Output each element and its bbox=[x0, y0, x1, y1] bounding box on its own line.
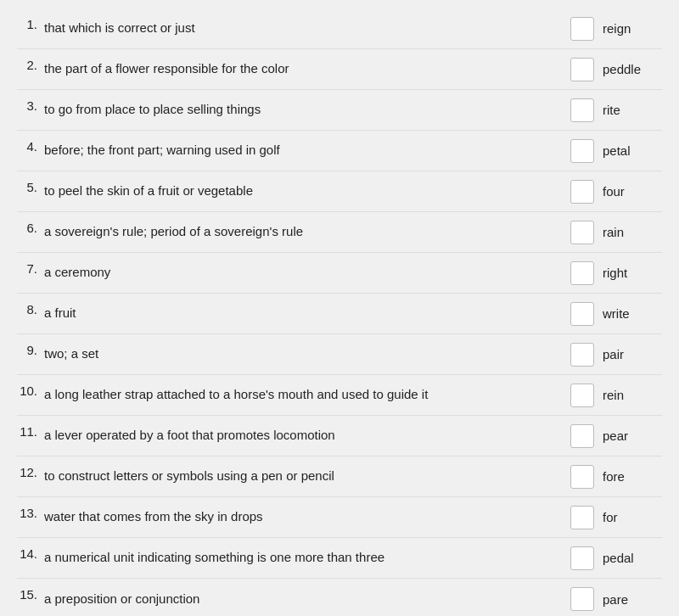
answer-checkbox[interactable] bbox=[570, 17, 594, 41]
item-number: 2. bbox=[17, 56, 44, 72]
answer-area: rein bbox=[526, 384, 662, 407]
answer-checkbox[interactable] bbox=[570, 587, 594, 611]
table-row: 10.a long leather strap attached to a ho… bbox=[17, 375, 662, 416]
definition-text: a preposition or conjunction bbox=[44, 590, 526, 609]
answer-area: four bbox=[526, 180, 662, 204]
word-label: write bbox=[603, 306, 662, 321]
table-row: 7.a ceremonyright bbox=[17, 253, 662, 294]
answer-checkbox[interactable] bbox=[570, 221, 594, 244]
item-number: 11. bbox=[17, 423, 44, 439]
table-row: 15.a preposition or conjunctionpare bbox=[17, 579, 662, 616]
table-row: 12.to construct letters or symbols using… bbox=[17, 456, 662, 497]
answer-checkbox[interactable] bbox=[570, 139, 594, 163]
answer-checkbox[interactable] bbox=[570, 546, 594, 570]
definition-text: the part of a flower responsible for the… bbox=[44, 59, 526, 79]
word-label: pare bbox=[603, 592, 662, 607]
word-label: rain bbox=[603, 225, 662, 239]
word-label: for bbox=[603, 510, 662, 524]
answer-area: rite bbox=[526, 98, 662, 122]
answer-checkbox[interactable] bbox=[570, 180, 594, 204]
table-row: 1.that which is correct or justreign bbox=[17, 8, 662, 49]
definition-text: to go from place to place selling things bbox=[44, 100, 526, 120]
definition-text: a sovereign's rule; period of a sovereig… bbox=[44, 222, 526, 242]
item-number: 3. bbox=[17, 97, 44, 113]
item-number: 7. bbox=[17, 260, 44, 276]
table-row: 4.before; the front part; warning used i… bbox=[17, 131, 662, 171]
answer-checkbox[interactable] bbox=[570, 343, 594, 367]
definition-text: to construct letters or symbols using a … bbox=[44, 467, 526, 486]
answer-area: pair bbox=[526, 343, 662, 367]
quiz-container: 1.that which is correct or justreign2.th… bbox=[0, 0, 679, 616]
answer-area: write bbox=[526, 302, 662, 326]
answer-checkbox[interactable] bbox=[570, 302, 594, 326]
answer-area: for bbox=[526, 506, 662, 529]
answer-checkbox[interactable] bbox=[570, 424, 594, 448]
item-number: 8. bbox=[17, 300, 44, 316]
definition-text: water that comes from the sky in drops bbox=[44, 507, 526, 527]
answer-checkbox[interactable] bbox=[570, 506, 594, 529]
word-label: peddle bbox=[603, 62, 662, 76]
answer-area: peddle bbox=[526, 58, 662, 81]
word-label: rein bbox=[603, 388, 662, 402]
answer-area: pedal bbox=[526, 546, 662, 570]
word-label: four bbox=[603, 184, 662, 199]
table-row: 13.water that comes from the sky in drop… bbox=[17, 497, 662, 538]
table-row: 6.a sovereign's rule; period of a sovere… bbox=[17, 212, 662, 253]
definition-text: a ceremony bbox=[44, 263, 526, 283]
answer-area: reign bbox=[526, 17, 662, 41]
item-number: 4. bbox=[17, 137, 44, 154]
item-number: 15. bbox=[17, 585, 44, 602]
definition-text: that which is correct or just bbox=[44, 19, 526, 38]
definition-text: to peel the skin of a fruit or vegetable bbox=[44, 182, 526, 201]
answer-area: right bbox=[526, 261, 662, 285]
item-number: 1. bbox=[17, 15, 44, 31]
answer-checkbox[interactable] bbox=[570, 58, 594, 81]
word-label: reign bbox=[603, 21, 662, 36]
table-row: 8.a fruitwrite bbox=[17, 294, 662, 334]
word-label: pair bbox=[603, 347, 662, 361]
table-row: 2.the part of a flower responsible for t… bbox=[17, 49, 662, 90]
word-label: right bbox=[603, 266, 662, 280]
word-label: pear bbox=[603, 428, 662, 443]
item-number: 10. bbox=[17, 382, 44, 398]
definition-text: before; the front part; warning used in … bbox=[44, 141, 526, 160]
word-label: pedal bbox=[603, 551, 662, 565]
answer-area: rain bbox=[526, 221, 662, 244]
definition-text: two; a set bbox=[44, 344, 526, 364]
item-number: 9. bbox=[17, 341, 44, 357]
answer-area: pear bbox=[526, 424, 662, 448]
table-row: 3.to go from place to place selling thin… bbox=[17, 90, 662, 131]
table-row: 14.a numerical unit indicating something… bbox=[17, 538, 662, 579]
item-number: 6. bbox=[17, 219, 44, 235]
definition-text: a numerical unit indicating something is… bbox=[44, 548, 526, 568]
answer-area: petal bbox=[526, 139, 662, 163]
definition-text: a lever operated by a foot that promotes… bbox=[44, 426, 526, 445]
answer-checkbox[interactable] bbox=[570, 98, 594, 122]
table-row: 5.to peel the skin of a fruit or vegetab… bbox=[17, 171, 662, 212]
table-row: 11.a lever operated by a foot that promo… bbox=[17, 416, 662, 456]
answer-checkbox[interactable] bbox=[570, 465, 594, 489]
word-label: petal bbox=[603, 143, 662, 158]
word-label: rite bbox=[603, 103, 662, 117]
item-number: 14. bbox=[17, 545, 44, 561]
item-number: 13. bbox=[17, 504, 44, 520]
definition-text: a long leather strap attached to a horse… bbox=[44, 385, 526, 405]
word-label: fore bbox=[603, 469, 662, 484]
answer-area: pare bbox=[526, 587, 662, 611]
item-number: 12. bbox=[17, 463, 44, 479]
answer-area: fore bbox=[526, 465, 662, 489]
item-number: 5. bbox=[17, 178, 44, 194]
answer-checkbox[interactable] bbox=[570, 261, 594, 285]
definition-text: a fruit bbox=[44, 304, 526, 323]
table-row: 9.two; a setpair bbox=[17, 334, 662, 375]
answer-checkbox[interactable] bbox=[570, 384, 594, 407]
